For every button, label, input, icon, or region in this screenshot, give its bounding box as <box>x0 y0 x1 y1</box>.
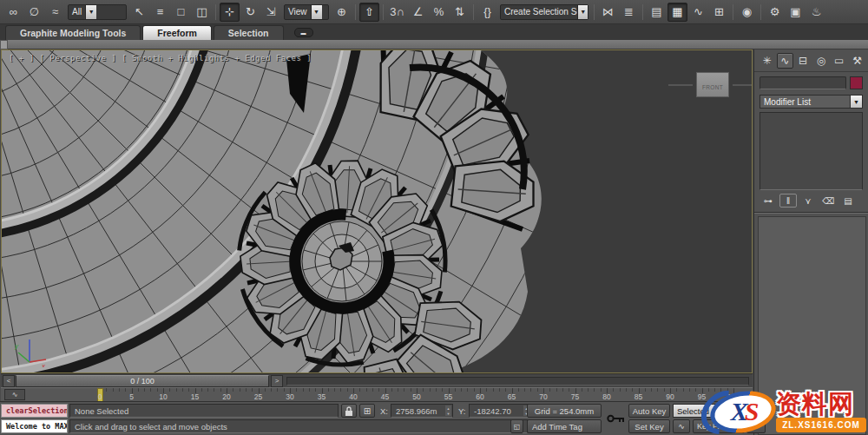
tab-modify-icon[interactable]: ∿ <box>777 53 793 69</box>
percent-snap-toggle-icon[interactable]: % <box>429 3 449 22</box>
chevron-down-icon: ▼ <box>311 5 322 19</box>
render-production-icon[interactable]: ♨ <box>806 3 826 22</box>
select-and-manipulate-icon[interactable]: ⇧ <box>359 3 379 22</box>
object-name-field[interactable] <box>760 76 846 89</box>
time-slider-handle[interactable]: 0 / 100 <box>16 375 269 387</box>
ruler-tick <box>708 388 709 392</box>
ruler-tick <box>620 388 621 392</box>
ruler-tick <box>169 388 170 392</box>
ribbon-minimize-button[interactable]: ▬ <box>294 28 313 37</box>
x-coordinate-field[interactable]: 2758.966m▲▼ <box>391 404 453 418</box>
select-object-icon[interactable]: ↖ <box>129 3 149 22</box>
spinner-icon[interactable]: ▲▼ <box>445 405 451 416</box>
material-editor-icon[interactable]: ◉ <box>737 3 757 22</box>
maxscript-listener-line1[interactable]: clearSelection <box>1 404 68 418</box>
modifier-stack[interactable] <box>760 112 863 190</box>
named-selection-sets-dropdown-value: Create Selection Se <box>501 7 577 16</box>
select-and-scale-icon[interactable]: ⇲ <box>261 3 281 22</box>
object-color-swatch[interactable] <box>850 76 863 89</box>
make-unique-button[interactable]: ⋎ <box>799 194 817 208</box>
modifier-list-label: Modifier List <box>760 97 850 107</box>
ruler-tick <box>499 388 500 392</box>
chevron-down-icon: ▼ <box>85 5 96 19</box>
select-and-rotate-icon[interactable]: ↻ <box>240 3 260 22</box>
y-coordinate-field[interactable]: -18242.70▲▼ <box>469 404 531 418</box>
mirror-icon[interactable]: ⋈ <box>598 3 618 22</box>
rectangular-selection-region-icon[interactable]: □ <box>171 3 191 22</box>
schematic-view-icon[interactable]: ⊞ <box>709 3 729 22</box>
ruler-tick <box>398 388 398 392</box>
window-crossing-icon[interactable]: ◫ <box>192 3 212 22</box>
ruler-tick <box>138 388 139 392</box>
default-tangent-curve-icon[interactable]: ∿ <box>673 419 690 433</box>
ribbon-tab-selection[interactable]: Selection <box>214 25 284 40</box>
configure-modifier-sets-button[interactable]: ▤ <box>839 194 857 208</box>
ruler-tick <box>340 388 341 392</box>
ruler-tick <box>271 388 272 392</box>
ruler-tick <box>328 388 329 392</box>
time-slider-track[interactable] <box>286 377 749 386</box>
show-end-result-button[interactable]: ‖ <box>779 194 797 208</box>
svg-text:x: x <box>41 362 46 367</box>
ruler-tick <box>207 388 208 392</box>
set-keys-key-icon[interactable] <box>606 409 627 428</box>
tab-utilities-icon[interactable]: ⚒ <box>849 53 865 69</box>
edit-named-selection-sets-icon[interactable]: {} <box>477 3 497 22</box>
ruler-frame-label: 10 <box>153 392 174 401</box>
absolute-mode-icon[interactable]: ⊞ <box>359 404 375 418</box>
command-panel: ✳∿⊟◎▭⚒ Modifier List ▼ ⊶‖⋎⌫▤ <box>753 49 868 435</box>
ruler-frame-label: 65 <box>502 392 523 401</box>
select-and-link-icon[interactable]: ∞ <box>3 3 23 22</box>
time-slider-row: < 0 / 100 > <box>1 373 753 387</box>
use-pivot-point-center-icon[interactable]: ⊕ <box>332 3 352 22</box>
graphite-ribbon-toggle-icon[interactable]: ▦ <box>667 3 687 22</box>
ruler-tick <box>378 388 379 392</box>
reference-coordinate-system-dropdown[interactable]: View▼ <box>284 4 329 20</box>
communicate-window-icon[interactable]: ◱ <box>510 419 523 433</box>
maxscript-listener-line2[interactable]: Welcome to MAX! <box>1 419 68 433</box>
next-frame-button[interactable]: > <box>271 375 283 387</box>
render-setup-icon[interactable]: ⚙ <box>765 3 785 22</box>
perspective-viewport[interactable]: [ + ] [ Perspective ] [ Smooth + Highlig… <box>1 49 753 373</box>
ruler-frame-label: 40 <box>343 392 364 401</box>
pin-stack-button[interactable]: ⊶ <box>760 194 777 208</box>
tab-create-icon[interactable]: ✳ <box>759 53 775 69</box>
mini-curve-editor-button[interactable]: ∿ <box>4 389 25 400</box>
layer-manager-icon[interactable]: ▤ <box>647 3 667 22</box>
track-bar[interactable]: ∿ 05101520253035404550556065707580859095… <box>1 387 753 401</box>
ruler-frame-label: 15 <box>185 392 206 401</box>
tab-hierarchy-icon[interactable]: ⊟ <box>795 53 812 69</box>
toolbar-separator <box>733 4 733 20</box>
add-time-tag-button[interactable]: Add Time Tag <box>527 419 602 433</box>
unlink-selection-icon[interactable]: ∅ <box>24 3 44 22</box>
bind-to-space-warp-icon[interactable]: ≈ <box>45 3 65 22</box>
toolbar-separator <box>760 4 761 20</box>
ribbon-tab-graphite-modeling-tools[interactable]: Graphite Modeling Tools <box>5 25 141 40</box>
named-selection-sets-dropdown[interactable]: Create Selection Se▼ <box>500 4 589 20</box>
ruler-tick <box>220 388 221 392</box>
remove-modifier-button[interactable]: ⌫ <box>819 194 837 208</box>
tab-display-icon[interactable]: ▭ <box>831 53 847 69</box>
ruler-tick <box>530 388 531 392</box>
snaps-toggle-3d-icon[interactable]: 3∩ <box>387 3 407 22</box>
auto-key-button[interactable]: Auto Key <box>628 404 670 418</box>
selection-lock-icon[interactable] <box>341 404 357 418</box>
previous-frame-button[interactable]: < <box>3 375 15 387</box>
ribbon-tab-freeform[interactable]: Freeform <box>142 25 212 40</box>
ribbon-strip-grip[interactable] <box>0 40 8 49</box>
viewport-label[interactable]: [ + ] [ Perspective ] [ Smooth + Highlig… <box>9 54 312 63</box>
tab-motion-icon[interactable]: ◎ <box>812 53 829 69</box>
ruler-tick <box>119 388 120 392</box>
select-and-move-icon[interactable]: ⊹ <box>220 3 240 22</box>
ruler-tick <box>233 388 233 392</box>
align-icon[interactable]: ≣ <box>619 3 639 22</box>
select-by-name-icon[interactable]: ≡ <box>150 3 170 22</box>
spinner-snap-toggle-icon[interactable]: ⇅ <box>450 3 470 22</box>
angle-snap-toggle-icon[interactable]: ∠ <box>408 3 428 22</box>
selection-filter-dropdown[interactable]: All▼ <box>68 4 127 20</box>
set-key-button[interactable]: Set Key <box>628 419 670 433</box>
rendered-frame-window-icon[interactable]: ▣ <box>786 3 806 22</box>
front-object-chip[interactable]: FRONT <box>696 72 729 97</box>
curve-editor-icon[interactable]: ∿ <box>688 3 708 22</box>
modifier-list-dropdown[interactable]: Modifier List ▼ <box>760 95 863 109</box>
